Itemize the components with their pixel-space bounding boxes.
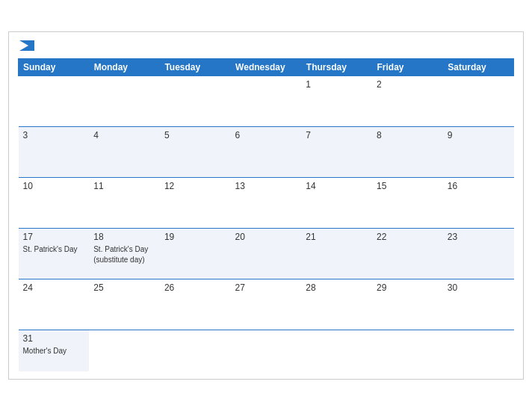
calendar-cell: 8	[372, 127, 443, 178]
day-number: 29	[377, 282, 439, 293]
holiday-text: Mother's Day	[23, 347, 67, 355]
calendar-cell	[160, 76, 231, 127]
day-number: 10	[23, 181, 85, 191]
calendar-cell: 15	[372, 178, 443, 229]
calendar-cell: 29	[372, 279, 443, 330]
day-number: 12	[164, 181, 226, 191]
week-row-3: 10111213141516	[19, 178, 514, 229]
day-number: 11	[93, 181, 155, 191]
day-number: 26	[164, 282, 226, 293]
header-thursday: Thursday	[301, 59, 372, 76]
calendar-cell: 14	[301, 178, 372, 229]
calendar-cell: 18St. Patrick's Day (substitute day)	[89, 229, 160, 279]
calendar-cell: 7	[301, 127, 372, 178]
day-number: 13	[235, 181, 297, 191]
calendar-cell: 13	[231, 178, 302, 229]
calendar-cell	[301, 330, 372, 371]
header-tuesday: Tuesday	[160, 59, 231, 76]
day-number: 19	[164, 232, 226, 242]
calendar-cell	[443, 76, 514, 127]
header-sunday: Sunday	[19, 59, 90, 76]
calendar-cell	[231, 76, 302, 127]
calendar-cell: 25	[89, 279, 160, 330]
calendar-cell: 9	[443, 127, 514, 178]
calendar-cell: 31Mother's Day	[19, 330, 90, 371]
calendar-cell: 17St. Patrick's Day	[19, 229, 90, 279]
calendar-cell: 20	[231, 229, 302, 279]
day-number: 16	[448, 181, 510, 191]
day-number: 28	[306, 282, 368, 293]
day-number: 6	[235, 130, 297, 140]
calendar-cell: 1	[301, 76, 372, 127]
day-number: 17	[23, 232, 85, 242]
day-number: 4	[93, 130, 155, 140]
logo	[18, 40, 34, 54]
calendar-cell: 6	[231, 127, 302, 178]
calendar-cell: 26	[160, 279, 231, 330]
header-monday: Monday	[89, 59, 160, 76]
week-row-5: 24252627282930	[19, 279, 514, 330]
calendar-cell	[231, 330, 302, 371]
calendar-cell: 5	[160, 127, 231, 178]
calendar-cell	[160, 330, 231, 371]
calendar-cell: 4	[89, 127, 160, 178]
calendar-cell: 2	[372, 76, 443, 127]
day-number: 23	[448, 232, 510, 242]
day-number: 3	[23, 130, 85, 140]
weekday-header-row: Sunday Monday Tuesday Wednesday Thursday…	[19, 59, 514, 76]
day-number: 8	[377, 130, 439, 140]
calendar-cell: 10	[19, 178, 90, 229]
day-number: 14	[306, 181, 368, 191]
header	[18, 40, 514, 54]
calendar-cell: 30	[443, 279, 514, 330]
calendar-cell: 28	[301, 279, 372, 330]
calendar-cell: 16	[443, 178, 514, 229]
day-number: 2	[377, 79, 439, 90]
holiday-text: St. Patrick's Day	[23, 245, 78, 253]
day-number: 20	[235, 232, 297, 242]
calendar-cell	[89, 330, 160, 371]
calendar-cell: 24	[19, 279, 90, 330]
day-number: 22	[377, 232, 439, 242]
header-wednesday: Wednesday	[231, 59, 302, 76]
day-number: 7	[306, 130, 368, 140]
week-row-6: 31Mother's Day	[19, 330, 514, 371]
calendar-cell: 23	[443, 229, 514, 279]
calendar-cell	[443, 330, 514, 371]
calendar-cell: 3	[19, 127, 90, 178]
calendar-cell: 12	[160, 178, 231, 229]
day-number: 21	[306, 232, 368, 242]
header-saturday: Saturday	[443, 59, 514, 76]
calendar-cell	[89, 76, 160, 127]
header-friday: Friday	[372, 59, 443, 76]
calendar-container: Sunday Monday Tuesday Wednesday Thursday…	[8, 31, 524, 379]
calendar-table: Sunday Monday Tuesday Wednesday Thursday…	[18, 58, 514, 371]
day-number: 1	[306, 79, 368, 90]
day-number: 18	[93, 232, 155, 242]
day-number: 30	[448, 282, 510, 293]
logo-flag-icon	[19, 40, 34, 51]
calendar-cell: 27	[231, 279, 302, 330]
week-row-1: 12	[19, 76, 514, 127]
day-number: 9	[448, 130, 510, 140]
day-number: 24	[23, 282, 85, 293]
calendar-cell: 19	[160, 229, 231, 279]
day-number: 27	[235, 282, 297, 293]
calendar-cell: 11	[89, 178, 160, 229]
calendar-cell	[19, 76, 90, 127]
day-number: 25	[93, 282, 155, 293]
week-row-4: 17St. Patrick's Day18St. Patrick's Day (…	[19, 229, 514, 279]
calendar-cell: 22	[372, 229, 443, 279]
holiday-text: St. Patrick's Day (substitute day)	[93, 245, 148, 264]
week-row-2: 3456789	[19, 127, 514, 178]
day-number: 5	[164, 130, 226, 140]
calendar-cell: 21	[301, 229, 372, 279]
calendar-cell	[372, 330, 443, 371]
day-number: 31	[23, 333, 85, 344]
day-number: 15	[377, 181, 439, 191]
